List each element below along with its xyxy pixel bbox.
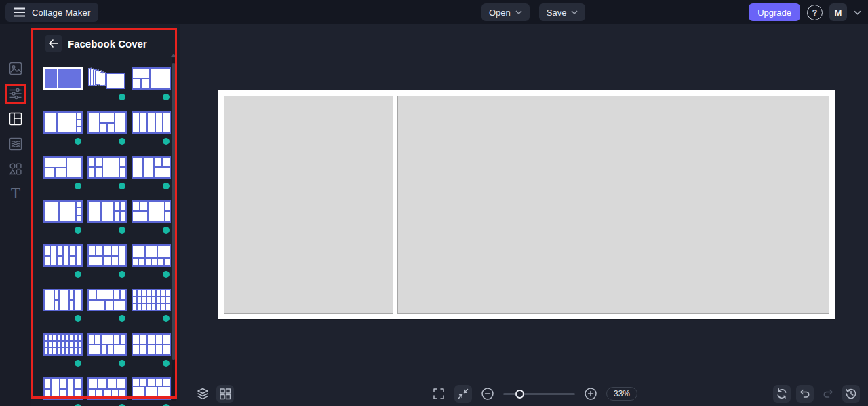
premium-dot: [75, 271, 81, 278]
panel-scrollbar-thumb[interactable]: [172, 63, 176, 360]
template-thumbnail-layout-7[interactable]: [43, 156, 83, 200]
template-thumbnail-layout-5[interactable]: [87, 111, 127, 155]
question-mark-icon: ?: [812, 7, 818, 18]
history-icon: [845, 388, 857, 400]
layout-preview: [43, 244, 83, 267]
sidebar-item-text[interactable]: T: [0, 183, 31, 204]
template-grid: [43, 67, 171, 406]
avatar-initial: M: [835, 7, 842, 18]
premium-dot: [163, 94, 170, 100]
upgrade-button[interactable]: Upgrade: [749, 3, 800, 21]
template-thumbnail-layout-15[interactable]: [132, 244, 171, 289]
account-chevron-down-icon[interactable]: [854, 10, 861, 15]
premium-dot: [163, 360, 170, 367]
help-button[interactable]: ?: [807, 5, 823, 20]
refresh-icon: [776, 388, 788, 400]
layout-preview: [43, 67, 83, 90]
save-button[interactable]: Save: [539, 3, 586, 21]
layout-preview: [132, 67, 171, 90]
premium-dot: [75, 183, 81, 189]
zoom-slider[interactable]: [503, 385, 575, 403]
history-button[interactable]: [842, 385, 860, 403]
cascade-layout-preview: [87, 67, 127, 90]
template-thumbnail-layout-17[interactable]: [87, 289, 127, 333]
panel-title: Facebook Cover: [68, 38, 147, 50]
template-thumbnail-layout-3[interactable]: [132, 67, 171, 111]
fit-to-screen-button[interactable]: [454, 385, 472, 403]
open-label: Open: [489, 7, 511, 18]
layout-preview: [87, 156, 127, 179]
layout-icon: [9, 112, 22, 126]
template-thumbnail-layout-24[interactable]: [132, 377, 171, 406]
hamburger-icon: [14, 7, 26, 17]
premium-dot: [163, 138, 170, 145]
layers-button[interactable]: [194, 385, 212, 403]
template-thumbnail-layout-18[interactable]: [132, 289, 171, 333]
undo-button[interactable]: [796, 385, 814, 403]
sidebar-item-patterns[interactable]: [0, 133, 31, 155]
zoom-level-badge[interactable]: 33%: [606, 387, 637, 401]
canvas-cell-left[interactable]: [224, 96, 393, 314]
template-thumbnail-layout-19[interactable]: [43, 333, 83, 377]
open-button[interactable]: Open: [481, 3, 530, 21]
zoom-in-button[interactable]: [582, 385, 599, 403]
premium-dot: [75, 315, 81, 322]
app-menu[interactable]: Collage Maker: [5, 3, 98, 22]
arrow-left-icon: [49, 39, 58, 48]
panel-header: Facebook Cover: [31, 24, 180, 62]
layout-preview: [87, 200, 127, 223]
image-icon: [9, 62, 22, 75]
fullscreen-button[interactable]: [430, 385, 448, 403]
shapes-icon: [9, 162, 22, 176]
template-thumbnail-layout-13[interactable]: [43, 244, 83, 289]
reset-button[interactable]: [773, 385, 791, 403]
text-tool-icon: T: [11, 187, 20, 201]
scroll-up-arrow-icon[interactable]: [171, 54, 176, 57]
premium-dot: [119, 183, 125, 189]
template-thumbnail-layout-20[interactable]: [87, 333, 127, 377]
premium-dot: [163, 183, 170, 189]
template-thumbnail-layout-1[interactable]: [43, 67, 83, 111]
layout-preview: [132, 111, 171, 134]
premium-dot: [119, 94, 125, 100]
canvas-cell-right[interactable]: [397, 96, 829, 314]
template-thumbnail-layout-12[interactable]: [132, 200, 171, 244]
template-thumbnail-layout-9[interactable]: [132, 156, 171, 200]
redo-button[interactable]: [819, 385, 837, 403]
template-thumbnail-layout-22[interactable]: [43, 377, 83, 406]
fit-screen-icon: [457, 388, 469, 400]
sidebar-item-elements[interactable]: [0, 158, 31, 180]
template-thumbnail-layout-4[interactable]: [43, 111, 83, 155]
template-thumbnail-layout-11[interactable]: [87, 200, 127, 244]
zoom-level-label: 33%: [614, 389, 630, 399]
premium-dot: [75, 360, 81, 367]
redo-icon: [822, 388, 834, 400]
template-thumbnail-layout-21[interactable]: [132, 333, 171, 377]
sidebar-item-layouts[interactable]: [0, 108, 31, 130]
layout-preview: [87, 333, 127, 356]
back-button[interactable]: [45, 35, 62, 52]
avatar[interactable]: M: [829, 3, 847, 21]
template-thumbnail-layout-23[interactable]: [87, 377, 127, 406]
layout-preview: [43, 377, 83, 400]
layout-preview: [132, 333, 171, 356]
layout-preview: [132, 377, 171, 400]
template-thumbnail-layout-10[interactable]: [43, 200, 83, 244]
zoom-out-button[interactable]: [479, 385, 496, 403]
template-thumbnail-layout-6[interactable]: [132, 111, 171, 155]
premium-dot: [75, 138, 81, 145]
layout-preview: [43, 111, 83, 134]
grid-view-button[interactable]: [216, 385, 234, 403]
sidebar-item-photos[interactable]: [0, 58, 31, 79]
template-thumbnail-layout-16[interactable]: [43, 289, 83, 333]
zoom-slider-track[interactable]: [503, 393, 575, 395]
collage-canvas[interactable]: [218, 90, 835, 319]
template-thumbnail-layout-14[interactable]: [87, 244, 127, 289]
undo-icon: [799, 388, 811, 400]
sidebar-item-adjustments[interactable]: [0, 83, 31, 105]
template-thumbnail-layout-2[interactable]: [87, 67, 127, 111]
zoom-slider-knob[interactable]: [515, 390, 524, 399]
layout-preview: [43, 200, 83, 223]
template-thumbnail-layout-8[interactable]: [87, 156, 127, 200]
premium-dot: [163, 227, 170, 234]
